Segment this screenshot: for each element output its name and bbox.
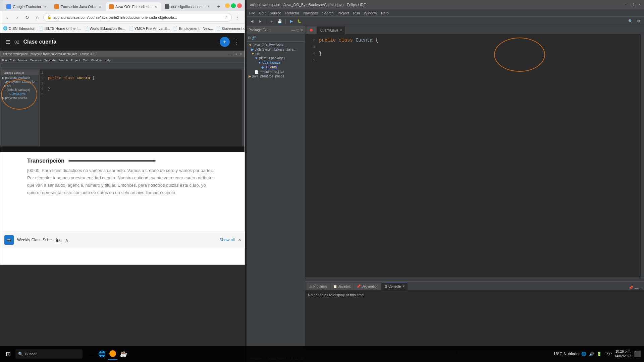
bookmark-ymca[interactable]: 📄 YMCA Pre-Arrival S... [129,26,170,31]
win-minimize[interactable] [225,3,230,8]
win-maximize[interactable] [231,3,236,8]
tree-default-pkg[interactable]: ▼ (default package) [248,56,304,60]
back-button[interactable]: ‹ [3,13,11,21]
toolbar-search[interactable]: 🔍 [627,18,634,25]
eclipse-menu-refactor[interactable]: Refactor [30,59,41,62]
eclipse-main-menu-window[interactable]: Window [364,11,377,15]
eclipse-menu-window[interactable]: Window [91,59,102,62]
tree-item-defpkg[interactable]: (default package) [1,88,39,92]
bottom-toolbar-maximize[interactable]: □ [640,286,642,290]
tab-formacion[interactable]: Formación Java Ori... × [51,2,106,11]
start-button[interactable]: ⊞ [3,349,13,359]
tree-jre-system[interactable]: ▶ JRE System Library [Java... [248,47,304,52]
eclipse-menu-search[interactable]: Search [58,59,68,62]
editor-vertical-scrollbar[interactable] [641,34,644,278]
tab-close-google[interactable]: × [43,4,48,9]
tab-close-java-oo[interactable]: × [153,4,158,9]
systray-volume[interactable]: 🔊 [589,352,594,356]
tree-item-proyecto-prueba[interactable]: ▶ proyecto-prueba [1,96,39,100]
pkg-minimize-btn[interactable]: — [291,28,296,33]
console-close-btn[interactable]: × [403,285,405,288]
toolbar-new[interactable]: + [268,18,275,25]
taskbar-app-chrome-active[interactable]: 🟠 [108,348,117,360]
toolbar-run[interactable]: ▶ [288,18,295,25]
eclipse-menu-file[interactable]: File [2,59,7,62]
pkg-close-btn[interactable]: × [301,28,303,33]
eclipse-main-menu-file[interactable]: File [249,11,255,15]
forward-button[interactable]: › [13,13,21,21]
eclipse-main-menu-search[interactable]: Search [322,11,334,15]
tree-module-info[interactable]: 📄 module-info.java [248,70,304,74]
bottom-toolbar-pin[interactable]: 📌 [629,286,633,290]
toolbar-save[interactable]: 💾 [276,18,283,25]
bookmark-ielts[interactable]: 📄 IELTS Home of the I... [39,26,80,31]
download-chevron[interactable]: ∧ [65,237,68,243]
course-menu-button[interactable]: ☰ [6,39,10,45]
pkg-collapse-all[interactable]: ⊟ [248,36,251,40]
eclipse-menu-project[interactable]: Project [71,59,80,62]
tree-item-jre[interactable]: JRE System Library [Jav... [1,80,39,84]
taskbar-app-chrome[interactable]: 🌐 [97,348,107,360]
toolbar-perspectives[interactable]: ⚙ [635,18,642,25]
editor-tab-cuenta[interactable]: Cuenta.java × [317,26,346,34]
win-close[interactable] [237,3,242,8]
bottom-tab-console[interactable]: 🖥 Console × [381,283,408,290]
pkg-maximize-btn[interactable]: □ [297,28,299,33]
toolbar-btn-1[interactable]: ◀ [249,18,255,25]
editor-horizontal-scrollbar[interactable] [305,278,644,281]
tree-java-oo-bytebank[interactable]: ▼ Java_OO_ByteBank [248,43,304,47]
eclipse-menu-edit[interactable]: Edit [10,59,15,62]
tree-java-primeros[interactable]: ▶ java_primeros_pasos [248,74,304,78]
eclipse-inner-close[interactable]: × [240,52,242,56]
show-all-button[interactable]: Show all [219,238,234,242]
pkg-link-editor[interactable]: 🔗 [252,36,256,40]
home-button[interactable]: ⌂ [33,13,41,21]
eclipse-menu-help[interactable]: Help [104,59,111,62]
address-bar[interactable]: 🔒 app.aluracursos.com/course/java-parte2… [43,13,232,22]
tab-close-formacion[interactable]: × [98,4,102,9]
eclipse-main-menu-edit[interactable]: Edit [259,11,266,15]
tree-item-proyecto[interactable]: ▶ proyecto-bytebank [1,76,39,80]
course-progress-button[interactable]: + [220,37,230,47]
toolbar-debug[interactable]: 🐛 [296,18,303,25]
tree-item-cuenta[interactable]: Cuenta.java [1,92,39,96]
bookmark-cisn[interactable]: 🌐 CISN Edmonton [3,26,35,31]
tab-que-significa[interactable]: que significa la x e... × [161,2,214,11]
download-close-button[interactable]: × [238,237,241,243]
bottom-toolbar-minimize[interactable]: — [635,286,638,290]
editor-tab-close[interactable]: × [340,28,342,32]
eclipse-main-menu-source[interactable]: Source [270,11,281,15]
eclipse-inner-editor[interactable]: 1 2 public class Cuenta { 3 4 } 5 [40,69,242,146]
tree-src[interactable]: ▼ src [248,52,304,56]
eclipse-main-restore[interactable]: ❐ [631,2,634,7]
taskbar-app-fileexplorer[interactable]: 🗂 [87,348,96,360]
systray-network[interactable]: 🌐 [581,352,586,356]
eclipse-main-menu-help[interactable]: Help [381,11,389,15]
tab-close-que[interactable]: × [206,4,211,9]
eclipse-menu-navigate[interactable]: Navigate [44,59,56,62]
show-desktop-btn[interactable]: ⬛ [634,350,641,358]
new-tab-button[interactable]: + [214,2,223,11]
bookmark-world[interactable]: 📄 World Education Se... [84,26,125,31]
tab-google-traductor[interactable]: Google Traductor × [3,2,51,11]
eclipse-main-menu-refactor[interactable]: Refactor [285,11,300,15]
eclipse-main-close[interactable]: × [638,2,641,7]
eclipse-inner-scrollbar[interactable] [242,69,245,146]
bottom-tab-javadoc[interactable]: 📋 Javadoc [330,283,353,290]
eclipse-main-menu-project[interactable]: Project [337,11,349,15]
course-options-button[interactable]: ⋮ [233,38,239,46]
eclipse-main-menu-run[interactable]: Run [353,11,360,15]
eclipse-main-minimize[interactable]: — [623,2,627,7]
bottom-tab-problems[interactable]: ⚠ Problems [307,283,330,290]
tree-cuenta-class[interactable]: ◆ Cuenta [248,65,304,70]
eclipse-inner-minimize[interactable]: — [228,52,231,56]
taskbar-app-eclipse[interactable]: ☕ [119,348,128,360]
eclipse-menu-source[interactable]: Source [17,59,27,62]
editor-content[interactable]: 2 public class Cuenta { 3 4 } 5 [305,34,641,278]
tree-cuenta-java[interactable]: ▼ Cuenta.java [248,60,304,65]
bottom-tab-declaration[interactable]: 📌 Declaration [354,283,381,290]
reload-button[interactable]: ↻ [23,13,31,21]
taskbar-search-box[interactable]: 🔍 Buscar [15,349,83,359]
eclipse-main-menu-navigate[interactable]: Navigate [303,11,318,15]
bookmark-employment[interactable]: 📄 Employment - New... [173,26,213,31]
